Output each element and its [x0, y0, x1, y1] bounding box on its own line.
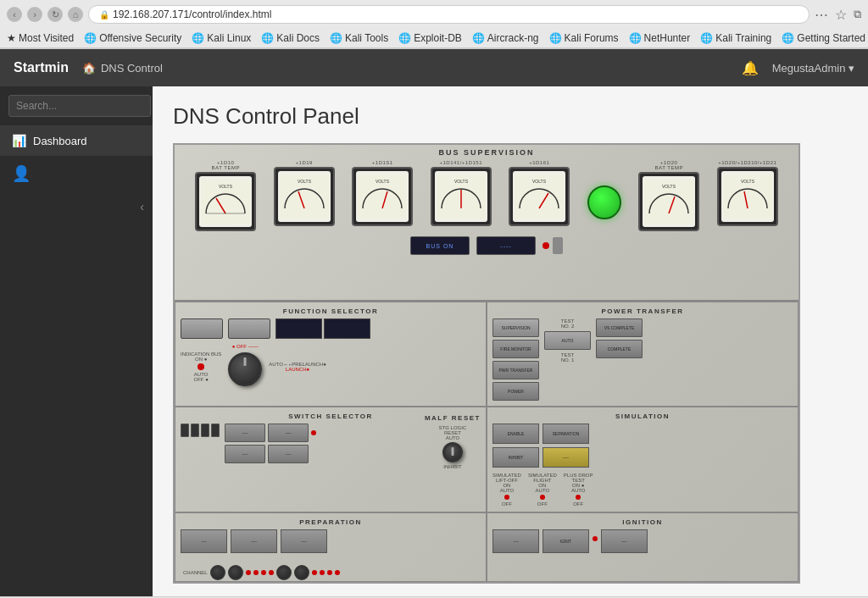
globe-icon-2: 🌐	[192, 32, 204, 44]
bookmark-kali-tools[interactable]: 🌐 Kali Tools	[330, 32, 388, 44]
extensions-icon[interactable]: ⧉	[854, 8, 861, 21]
bus-supervision-title: BUS SUPERVISION	[178, 148, 795, 157]
user-menu[interactable]: MegustaAdmin ▾	[772, 62, 854, 75]
sidebar-collapse: ‹	[0, 191, 153, 222]
forward-button[interactable]: ›	[27, 7, 42, 22]
ch-red-7	[327, 570, 332, 575]
bookmark-aircrack[interactable]: 🌐 Aircrack-ng	[472, 32, 539, 44]
sidebar-item-dashboard[interactable]: 📊 Dashboard	[0, 125, 153, 156]
bookmark-icon[interactable]: ☆	[835, 7, 847, 23]
bookmark-nethunter[interactable]: 🌐 NetHunter	[629, 32, 691, 44]
pt-btn-complete[interactable]: VS COMPLETE	[596, 318, 643, 337]
main-knob[interactable]	[228, 352, 262, 386]
bookmark-getting-started[interactable]: 🌐 Getting Started	[782, 32, 865, 44]
malf-knob[interactable]	[442, 442, 463, 462]
sim-btn-1[interactable]: ENABLE	[492, 424, 539, 444]
indicator-red-1	[542, 242, 549, 249]
ign-btn-1[interactable]: ----	[492, 529, 539, 553]
svg-text:VOLTS: VOLTS	[741, 179, 755, 184]
app-header-right: 🔔 MegustaAdmin ▾	[742, 60, 854, 76]
person-icon: 👤	[12, 164, 31, 183]
globe-icon-10: 🌐	[782, 32, 794, 44]
lower-sections: FUNCTION SELECTOR	[175, 302, 798, 582]
app-header: Startmin 🏠 DNS Control 🔔 MegustaAdmin ▾	[0, 49, 868, 86]
reload-button[interactable]: ↻	[47, 7, 63, 22]
control-panel: BUS SUPERVISION +1D10BAT TEMP VOLTS	[175, 145, 798, 582]
prep-btn-1[interactable]: ----	[181, 529, 227, 553]
search-input[interactable]	[8, 95, 151, 117]
svg-text:VOLTS: VOLTS	[376, 179, 390, 184]
bookmark-kali-training[interactable]: 🌐 Kali Training	[700, 32, 771, 44]
gauge-3: +1D1S1 VOLTS	[352, 160, 413, 226]
home-button[interactable]: ⌂	[68, 7, 83, 22]
sw-btn-4[interactable]: ----	[268, 445, 309, 463]
bell-icon[interactable]: 🔔	[742, 60, 759, 76]
menu-icon[interactable]: ⋯	[815, 7, 828, 23]
gauge-body-5: VOLTS	[509, 167, 570, 226]
prep-btn-3[interactable]: ----	[281, 529, 327, 553]
breadcrumb-separator: DNS Control	[101, 62, 163, 75]
sw-btn-1[interactable]: ----	[225, 424, 265, 442]
toggle-1[interactable]	[553, 237, 563, 254]
pt-btn-test[interactable]: AUTO	[544, 331, 591, 350]
sim-red-2	[540, 495, 545, 500]
bookmark-exploit-db[interactable]: 🌐 Exploit-DB	[398, 32, 462, 44]
pt-btn-complete2[interactable]: COMPLETE	[596, 340, 643, 358]
pt-btn-power[interactable]: PWR TRANSFER	[492, 361, 539, 379]
gauge-body-3: VOLTS	[352, 167, 413, 226]
pt-btn-supervision[interactable]: SUPERVISION	[492, 318, 539, 337]
address-bar[interactable]: 🔒 192.168.207.171/control/index.html	[88, 5, 810, 24]
dashboard-icon: 📊	[12, 134, 26, 147]
search-box: 🔍	[0, 86, 153, 125]
globe-icon-6: 🌐	[472, 32, 485, 44]
bookmark-offensive-security[interactable]: 🌐 Offensive Security	[84, 32, 181, 44]
ign-btn-2[interactable]: IGNIT	[542, 529, 589, 553]
globe-icon-8: 🌐	[629, 32, 642, 44]
ch-red-3	[261, 570, 266, 575]
page-content: DNS Control Panel BUS SUPERVISION +1D10B…	[153, 86, 868, 596]
sw-btn-2[interactable]: ----	[268, 424, 309, 442]
lock-icon: 🔒	[99, 10, 109, 19]
gauge-body-1: VOLTS	[195, 172, 256, 231]
sidebar-nav: 📊 Dashboard 👤 ‹	[0, 125, 153, 596]
selector-btn-1[interactable]	[181, 318, 223, 339]
dip-2[interactable]	[191, 424, 199, 437]
ign-btn-3[interactable]: ----	[601, 529, 648, 553]
dip-4[interactable]	[211, 424, 220, 437]
pt-btn-power2[interactable]: POWER	[492, 382, 539, 401]
gauge-7: +1D20/+1D210/+1D21 VOLTS	[717, 160, 778, 226]
ch-knob-4[interactable]	[294, 565, 309, 580]
star-icon: ★	[7, 32, 16, 44]
pt-btn-fire[interactable]: FIRE MONITOR	[492, 340, 539, 358]
sim-btn-3[interactable]: INHIBIT	[492, 447, 539, 468]
ch-knob-1[interactable]	[210, 565, 225, 580]
control-panel-image: BUS SUPERVISION +1D10BAT TEMP VOLTS	[173, 143, 800, 584]
bookmark-kali-docs[interactable]: 🌐 Kali Docs	[261, 32, 320, 44]
bookmark-kali-forums[interactable]: 🌐 Kali Forums	[549, 32, 619, 44]
browser-actions: ⋯ ☆ ⧉	[815, 7, 861, 23]
prep-btn-2[interactable]: ----	[231, 529, 277, 553]
dip-1[interactable]	[181, 424, 189, 437]
function-selector-section: FUNCTION SELECTOR	[175, 302, 487, 407]
sim-btn-4[interactable]: ----	[542, 447, 589, 468]
sidebar-item-person[interactable]: 👤	[0, 156, 153, 191]
sw-btn-3[interactable]: ----	[225, 445, 265, 463]
dip-switches	[181, 424, 220, 437]
bookmark-most-visited[interactable]: ★ Most Visited	[7, 32, 74, 44]
collapse-button[interactable]: ‹	[140, 200, 144, 213]
app-wrapper: Startmin 🏠 DNS Control 🔔 MegustaAdmin ▾ …	[0, 49, 868, 596]
app-brand[interactable]: Startmin	[14, 60, 69, 75]
ignition-title: IGNITION	[492, 518, 793, 526]
ch-knob-2[interactable]	[228, 565, 243, 580]
ch-knob-3[interactable]	[276, 565, 292, 580]
dip-3[interactable]	[201, 424, 209, 437]
selector-btn-2[interactable]	[228, 318, 270, 339]
bookmark-kali-linux[interactable]: 🌐 Kali Linux	[192, 32, 251, 44]
globe-icon-3: 🌐	[261, 32, 274, 44]
home-icon: 🏠	[82, 62, 96, 75]
globe-icon: 🌐	[84, 32, 97, 44]
svg-text:VOLTS: VOLTS	[532, 179, 547, 184]
sim-btn-2[interactable]: SEPARATION	[542, 424, 589, 444]
globe-icon-7: 🌐	[549, 32, 562, 44]
back-button[interactable]: ‹	[7, 7, 22, 22]
